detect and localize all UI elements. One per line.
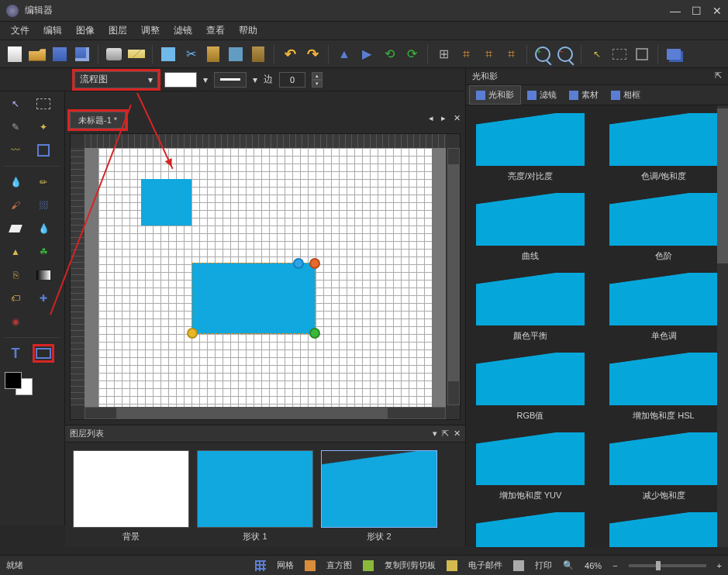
status-clipboard[interactable]: 复制到剪切板 xyxy=(385,560,436,571)
prev-doc-button[interactable]: ◂ xyxy=(429,113,433,123)
move-tool[interactable]: ↖ xyxy=(5,95,26,113)
copy-button[interactable] xyxy=(158,44,178,64)
rotate-left-button[interactable]: ⟲ xyxy=(379,44,399,64)
menu-edit[interactable]: 编辑 xyxy=(37,22,68,39)
handle-top[interactable] xyxy=(293,258,304,269)
heal-tool[interactable]: ✚ xyxy=(33,289,54,308)
maximize-button[interactable]: ☐ xyxy=(692,5,702,17)
layers-panel-pin-icon[interactable]: ⇱ xyxy=(442,429,449,439)
menu-file[interactable]: 文件 xyxy=(5,22,36,39)
status-grid[interactable]: 网格 xyxy=(277,560,294,571)
marquee-tool[interactable] xyxy=(33,95,54,113)
gradient-tool[interactable] xyxy=(33,266,54,284)
spraycan-tool[interactable]: ⛆ xyxy=(33,196,54,215)
flip-h-button[interactable]: ▲ xyxy=(334,44,354,64)
close-button[interactable]: ✕ xyxy=(712,5,722,17)
effect-item[interactable]: 减少饱和度 xyxy=(604,432,723,501)
status-histogram[interactable]: 直方图 xyxy=(326,560,352,571)
sharpen-tool[interactable]: ▲ xyxy=(5,243,26,261)
effects-panel-pin-icon[interactable]: ⇱ xyxy=(715,71,722,82)
grid-snap3-button[interactable]: ⌗ xyxy=(501,44,521,64)
layers-tool-button[interactable] xyxy=(664,44,684,64)
chevron-down-icon[interactable]: ▾ xyxy=(253,74,257,85)
pointer-tool-button[interactable]: ↖ xyxy=(587,44,607,64)
tab-frame[interactable]: 相框 xyxy=(605,86,647,104)
menu-help[interactable]: 帮助 xyxy=(233,22,264,39)
effect-item[interactable] xyxy=(604,512,723,547)
tab-light-shadow[interactable]: 光和影 xyxy=(469,85,521,105)
handle-top-right[interactable] xyxy=(309,258,320,269)
save-as-button[interactable] xyxy=(72,44,92,64)
effect-item[interactable]: RGB值 xyxy=(471,353,590,422)
smudge-tool[interactable]: ☘ xyxy=(33,243,54,261)
border-width-input[interactable] xyxy=(279,72,305,88)
save-button[interactable] xyxy=(50,44,70,64)
paste-button[interactable] xyxy=(203,44,223,64)
shape-1[interactable] xyxy=(141,179,191,226)
layer-item[interactable]: 形状 1 xyxy=(197,450,313,542)
blur-tool[interactable]: 💧 xyxy=(33,219,54,238)
foreground-color[interactable] xyxy=(5,372,22,389)
scrollbar-horizontal[interactable] xyxy=(85,407,446,419)
canvas[interactable] xyxy=(98,148,432,410)
layer-item-selected[interactable]: 形状 2 xyxy=(321,450,437,542)
minimize-button[interactable]: — xyxy=(670,5,681,17)
effect-item[interactable]: 色调/饱和度 xyxy=(604,113,723,182)
effect-item[interactable]: 增加饱和度 YUV xyxy=(471,432,590,501)
effects-scrollbar[interactable] xyxy=(717,105,728,547)
select-tool-button[interactable] xyxy=(609,44,630,64)
line-style-select[interactable] xyxy=(214,72,247,88)
tab-material[interactable]: 素材 xyxy=(563,86,605,104)
wand-tool[interactable]: ✦ xyxy=(33,118,54,136)
paste-special-button[interactable] xyxy=(248,44,268,64)
layer-item[interactable]: 背景 xyxy=(73,450,189,542)
redo-button[interactable]: ↷ xyxy=(302,44,323,64)
effect-item[interactable]: 曲线 xyxy=(471,193,590,262)
flip-v-button[interactable]: ▶ xyxy=(357,44,377,64)
open-file-button[interactable] xyxy=(27,44,47,64)
effect-item[interactable]: 颜色平衡 xyxy=(471,273,590,342)
menu-image[interactable]: 图像 xyxy=(70,22,101,39)
lasso-tool[interactable]: ✎ xyxy=(5,118,26,136)
crop-tool-button[interactable] xyxy=(632,44,652,64)
layers-panel-close-icon[interactable]: ✕ xyxy=(454,429,461,439)
menu-adjust[interactable]: 调整 xyxy=(135,22,166,39)
new-file-button[interactable] xyxy=(5,44,25,64)
chevron-down-icon[interactable]: ▾ xyxy=(203,74,208,85)
close-doc-button[interactable]: ✕ xyxy=(454,113,461,123)
status-print[interactable]: 打印 xyxy=(535,560,552,571)
freehand-tool[interactable]: 〰 xyxy=(5,141,26,160)
rotate-right-button[interactable]: ⟳ xyxy=(402,44,422,64)
handle-bottom-right[interactable] xyxy=(309,328,320,339)
scrollbar-vertical[interactable] xyxy=(447,148,460,405)
next-doc-button[interactable]: ▸ xyxy=(441,113,446,123)
eyedropper-tool[interactable]: 💧 xyxy=(5,173,26,191)
effect-item[interactable] xyxy=(471,512,590,547)
undo-button[interactable]: ↶ xyxy=(280,44,300,64)
zoom-out-icon[interactable]: − xyxy=(612,561,617,570)
crop-tool[interactable] xyxy=(33,141,54,160)
clone-tool[interactable]: ⎘ xyxy=(5,266,26,284)
effect-item[interactable]: 色阶 xyxy=(604,193,723,262)
zoom-in-icon[interactable]: + xyxy=(717,561,722,570)
email-button[interactable] xyxy=(126,44,147,64)
color-picker[interactable] xyxy=(5,372,33,395)
shape-2-selected[interactable] xyxy=(191,263,316,334)
cut-button[interactable]: ✂ xyxy=(181,44,201,64)
grid-snap2-button[interactable]: ⌗ xyxy=(478,44,499,64)
effect-item[interactable]: 增加饱和度 HSL xyxy=(604,353,723,422)
shape-tool[interactable] xyxy=(33,344,54,363)
redeye-tool[interactable]: ◉ xyxy=(5,312,26,331)
duplicate-button[interactable] xyxy=(226,44,246,64)
handle-bottom-left[interactable] xyxy=(187,328,198,339)
pencil-tool[interactable]: ✏ xyxy=(33,173,54,191)
menu-view[interactable]: 查看 xyxy=(200,22,231,39)
menu-filter[interactable]: 滤镜 xyxy=(167,22,198,39)
border-width-spinner[interactable]: ▴▾ xyxy=(312,72,323,88)
effect-item[interactable]: 亮度/对比度 xyxy=(471,113,590,182)
stamp-tool[interactable]: 🏷 xyxy=(5,289,26,308)
effect-item[interactable]: 单色调 xyxy=(604,273,723,342)
document-tab[interactable]: 未标题-1 * xyxy=(70,112,126,129)
text-tool[interactable]: T xyxy=(5,344,26,363)
grid-snap1-button[interactable]: ⌗ xyxy=(456,44,476,64)
